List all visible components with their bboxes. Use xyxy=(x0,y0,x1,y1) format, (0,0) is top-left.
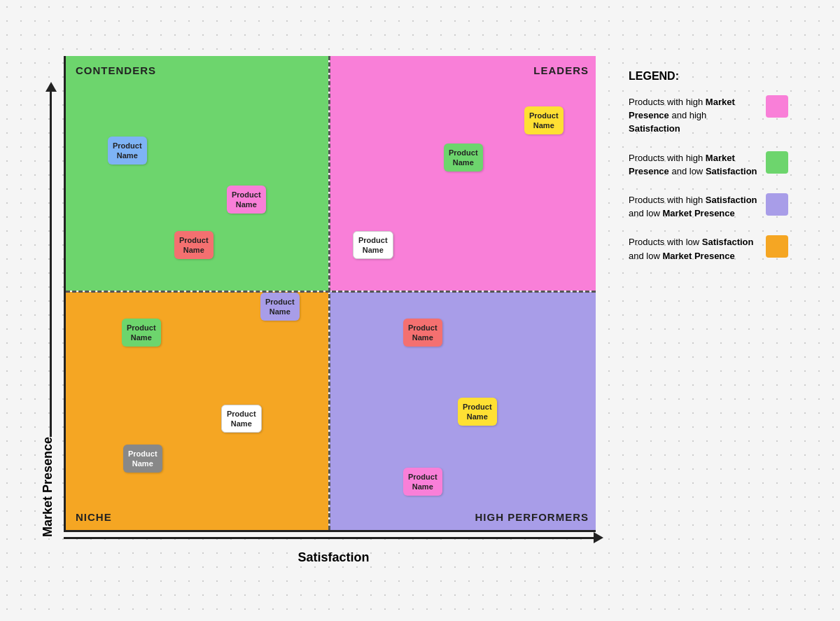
product-card-6[interactable]: ProductName xyxy=(524,106,564,134)
legend-swatch-green xyxy=(766,151,788,174)
product-card-11[interactable]: ProductName xyxy=(403,319,442,347)
product-card-1[interactable]: ProductName xyxy=(108,137,147,165)
label-contenders: CONTENDERS xyxy=(76,64,156,76)
quadrant-niche xyxy=(66,292,328,530)
legend-swatch-orange xyxy=(766,235,788,258)
product-card-5[interactable]: ProductName xyxy=(444,144,483,172)
legend-item-niche: Products with low Satisfaction and low M… xyxy=(629,235,788,262)
legend-swatch-purple xyxy=(766,193,788,216)
product-card-4[interactable]: ProductName xyxy=(353,231,393,259)
label-high-performers: HIGH PERFORMERS xyxy=(475,511,589,523)
product-card-8[interactable]: ProductName xyxy=(221,405,262,433)
product-card-13[interactable]: ProductName xyxy=(403,468,442,496)
legend-item-high-performers: Products with high Satisfaction and low … xyxy=(629,193,788,220)
legend-text-leaders: Products with high Market Presence and h… xyxy=(629,97,735,134)
chart-with-xaxis: CONTENDERS LEADERS NICHE HIGH PERFORMERS… xyxy=(64,56,603,565)
product-card-10[interactable]: ProductName xyxy=(260,293,300,321)
product-card-2[interactable]: ProductName xyxy=(227,186,266,214)
legend-title: LEGEND: xyxy=(629,70,788,83)
horizontal-divider xyxy=(66,291,596,293)
main-container: Market Presence CONTENDERS LEADERS NICHE… xyxy=(27,42,813,579)
product-card-7[interactable]: ProductName xyxy=(122,319,161,347)
legend-box: LEGEND: Products with high Market Presen… xyxy=(617,56,799,292)
product-card-12[interactable]: ProductName xyxy=(458,398,497,426)
legend-text-high-performers: Products with high Satisfaction and low … xyxy=(629,195,757,218)
legend-item-leaders: Products with high Market Presence and h… xyxy=(629,95,788,136)
product-card-9[interactable]: ProductName xyxy=(123,445,162,473)
chart-area: Market Presence CONTENDERS LEADERS NICHE… xyxy=(41,56,603,565)
vertical-divider xyxy=(328,56,330,530)
label-leaders: LEADERS xyxy=(533,64,589,76)
legend-text-niche: Products with low Satisfaction and low M… xyxy=(629,237,753,260)
legend-swatch-pink xyxy=(766,95,788,118)
legend-text-contenders: Products with high Market Presence and l… xyxy=(629,153,757,176)
label-niche: NICHE xyxy=(76,511,112,523)
legend-item-contenders: Products with high Market Presence and l… xyxy=(629,151,788,178)
y-axis-label: Market Presence xyxy=(41,437,55,537)
quadrant-grid: CONTENDERS LEADERS NICHE HIGH PERFORMERS… xyxy=(64,56,596,532)
product-card-3[interactable]: ProductName xyxy=(174,231,214,259)
x-axis-label: Satisfaction xyxy=(64,550,603,565)
